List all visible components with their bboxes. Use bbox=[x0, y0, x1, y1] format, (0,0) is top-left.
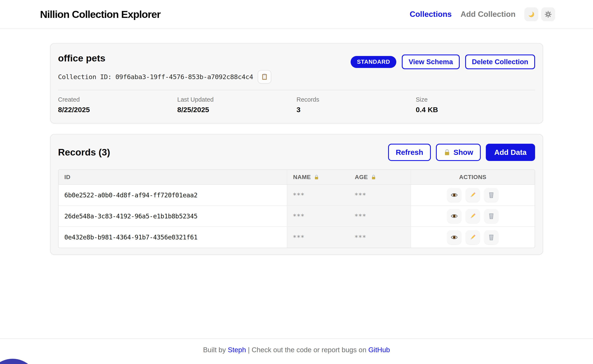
clipboard-icon bbox=[261, 73, 268, 80]
trash-icon-button[interactable] bbox=[484, 230, 498, 244]
stat-size: Size 0.4 KB bbox=[416, 96, 535, 114]
trash-icon-button[interactable] bbox=[484, 188, 498, 202]
column-header-name: NAME bbox=[287, 170, 349, 184]
record-actions-cell bbox=[411, 227, 535, 248]
record-age-cell: *** bbox=[349, 184, 411, 206]
record-name-cell: *** bbox=[287, 206, 349, 227]
nav-collections[interactable]: Collections bbox=[410, 10, 452, 19]
nav-add-collection[interactable]: Add Collection bbox=[460, 10, 515, 19]
main-nav: Collections Add Collection bbox=[410, 7, 555, 21]
edit-record-button[interactable] bbox=[466, 230, 480, 244]
stat-records: Records 3 bbox=[296, 96, 416, 114]
footer-text: Built by bbox=[203, 346, 228, 354]
column-header-actions: ACTIONS bbox=[411, 170, 535, 184]
settings-button[interactable] bbox=[541, 7, 555, 21]
column-header-age: AGE bbox=[349, 170, 411, 184]
author-link[interactable]: Steph bbox=[228, 346, 246, 354]
collection-stats: Created 8/22/2025 Last Updated 8/25/2025… bbox=[58, 90, 535, 123]
lock-icon bbox=[444, 149, 451, 156]
record-id-cell: 26de548a-3c83-4192-96a5-e1b1b8b52345 bbox=[59, 206, 287, 227]
eye-icon bbox=[451, 234, 458, 241]
table-row: 0e432e8b-b981-4364-91b7-4356e0321f61 ***… bbox=[59, 227, 535, 248]
github-link[interactable]: GitHub bbox=[368, 346, 390, 354]
table-row: 6b0e2522-a0b0-4d8f-af94-ff720f01eaa2 ***… bbox=[59, 184, 535, 206]
collection-actions: STANDARD View Schema Delete Collection bbox=[351, 53, 535, 69]
trash-icon bbox=[488, 191, 495, 199]
page: Nillion Collection Explorer Collections … bbox=[0, 0, 593, 364]
header-icon-group bbox=[524, 7, 555, 21]
moon-icon bbox=[527, 11, 535, 18]
record-id-cell: 6b0e2522-a0b0-4d8f-af94-ff720f01eaa2 bbox=[59, 184, 287, 206]
add-data-button[interactable]: Add Data bbox=[486, 144, 535, 161]
stat-created: Created 8/22/2025 bbox=[58, 96, 177, 114]
stat-value: 8/22/2025 bbox=[58, 106, 177, 114]
record-name-cell: *** bbox=[287, 184, 349, 206]
record-age-cell: *** bbox=[349, 206, 411, 227]
stat-label: Records bbox=[296, 96, 416, 103]
collection-name: office pets bbox=[58, 53, 271, 64]
record-name-cell: *** bbox=[287, 227, 349, 248]
record-age-cell: *** bbox=[349, 227, 411, 248]
pencil-icon bbox=[469, 191, 476, 199]
table-row: 26de548a-3c83-4192-96a5-e1b1b8b52345 ***… bbox=[59, 206, 535, 227]
page-title: Nillion Collection Explorer bbox=[40, 8, 160, 20]
show-button[interactable]: Show bbox=[436, 144, 481, 161]
view-record-button[interactable] bbox=[447, 209, 461, 223]
trash-icon bbox=[488, 213, 495, 220]
gear-icon bbox=[544, 11, 552, 18]
lock-icon bbox=[371, 175, 376, 180]
copy-id-button[interactable] bbox=[258, 70, 271, 84]
records-card: Records (3) Refresh Show bbox=[50, 134, 543, 255]
trash-icon bbox=[488, 234, 495, 241]
eye-icon bbox=[451, 191, 458, 199]
footer: Built by Steph | Check out the code or r… bbox=[0, 338, 593, 364]
view-record-button[interactable] bbox=[447, 230, 461, 244]
view-schema-button[interactable]: View Schema bbox=[402, 54, 460, 69]
app-header: Nillion Collection Explorer Collections … bbox=[0, 0, 593, 29]
eye-icon bbox=[451, 213, 458, 220]
show-button-label: Show bbox=[453, 148, 473, 156]
pencil-icon bbox=[469, 234, 476, 241]
stat-value: 0.4 KB bbox=[416, 106, 535, 114]
records-title: Records (3) bbox=[58, 147, 110, 158]
stat-label: Size bbox=[416, 96, 535, 103]
stat-label: Created bbox=[58, 96, 177, 103]
column-header-id: ID bbox=[59, 170, 287, 184]
collection-id: Collection ID: 09f6aba3-19ff-4576-853b-a… bbox=[58, 73, 253, 81]
stat-label: Last Updated bbox=[177, 96, 296, 103]
record-actions-cell bbox=[411, 184, 535, 206]
records-actions: Refresh Show Add Data bbox=[388, 144, 535, 161]
theme-toggle-button[interactable] bbox=[524, 7, 538, 21]
stat-last-updated: Last Updated 8/25/2025 bbox=[177, 96, 296, 114]
main-content: office pets Collection ID: 09f6aba3-19ff… bbox=[0, 29, 593, 338]
collection-info: office pets Collection ID: 09f6aba3-19ff… bbox=[58, 53, 271, 84]
collection-type-badge: STANDARD bbox=[351, 56, 397, 68]
collection-card: office pets Collection ID: 09f6aba3-19ff… bbox=[50, 43, 543, 124]
record-actions-cell bbox=[411, 206, 535, 227]
stat-value: 3 bbox=[296, 106, 416, 114]
record-id-cell: 0e432e8b-b981-4364-91b7-4356e0321f61 bbox=[59, 227, 287, 248]
refresh-button[interactable]: Refresh bbox=[388, 144, 431, 161]
records-table: ID NAME bbox=[58, 169, 535, 248]
footer-text: | Check out the code or report bugs on bbox=[246, 346, 368, 354]
trash-icon-button[interactable] bbox=[484, 209, 498, 223]
delete-collection-button[interactable]: Delete Collection bbox=[465, 54, 535, 69]
edit-record-button[interactable] bbox=[466, 209, 480, 223]
view-record-button[interactable] bbox=[447, 188, 461, 202]
pencil-icon bbox=[469, 213, 476, 220]
table-header-row: ID NAME bbox=[59, 170, 535, 184]
edit-record-button[interactable] bbox=[466, 188, 480, 202]
stat-value: 8/25/2025 bbox=[177, 106, 296, 114]
lock-icon bbox=[314, 175, 319, 180]
